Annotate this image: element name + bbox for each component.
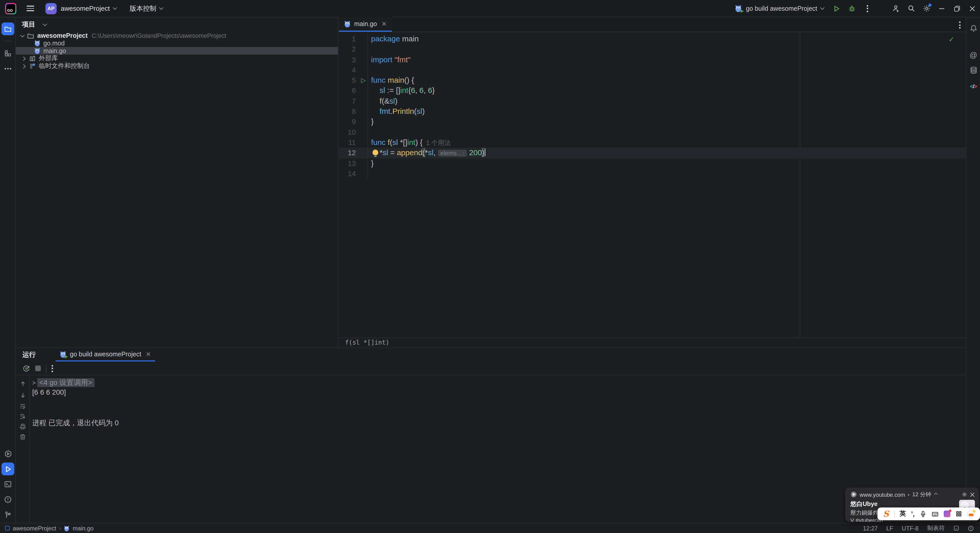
chevron-down-icon[interactable] [43,22,47,26]
print-icon[interactable] [19,423,27,430]
notification-close-icon[interactable] [970,492,975,497]
code-line-11[interactable]: 11func f(sl *[]int) { 1 个用法 [339,137,966,148]
close-button[interactable] [965,0,980,17]
gutter-cell[interactable] [360,34,368,44]
debug-button[interactable] [845,2,859,15]
run-tool-button[interactable] [2,463,14,475]
sogou-logo-icon[interactable]: S [883,509,889,519]
gutter-cell[interactable] [360,44,368,55]
notifications-bell-icon[interactable] [968,22,979,34]
gutter-cell[interactable]: ▷ [360,75,368,86]
soft-wrap-icon[interactable] [19,402,27,410]
status-extra-icon[interactable] [968,525,974,531]
punctuation-button[interactable]: ’, [911,510,915,517]
gutter-cell[interactable] [360,54,368,65]
settings-button[interactable] [920,2,933,15]
editor-options-kebab[interactable] [959,21,961,29]
code-line-14[interactable]: 14 [339,169,966,179]
microphone-icon[interactable] [920,511,926,517]
restore-button[interactable] [950,0,965,17]
tree-row-external-libs[interactable]: 外部库 [16,55,338,62]
code-line-9[interactable]: 9} [339,117,966,127]
code-line-7[interactable]: 7 f(&sl) [339,96,966,107]
run-console[interactable]: > <4 go 设置调用> [6 6 6 200] 进程 已完成，退出代码为 0 [16,376,966,523]
fold-arrow-icon[interactable]: > [32,379,36,386]
database-icon[interactable] [968,64,979,76]
emoji-face-icon[interactable] [967,510,974,517]
tree-row-gomod[interactable]: go.mod [16,39,338,47]
version-control-tool-button[interactable] [2,509,14,521]
gutter-cell[interactable] [360,96,368,107]
tree-row-maingo[interactable]: main.go [16,47,338,55]
gutter-cell[interactable] [360,127,368,137]
run-panel-title[interactable]: 运行 [22,350,36,359]
code-line-12[interactable]: 12 *sl = append(*sl, elems…: 200) [339,148,966,158]
project-avatar[interactable]: AP [45,3,57,14]
run-line-icon[interactable]: ▷ [361,75,366,86]
code-line-2[interactable]: 2 [339,44,966,55]
search-everywhere-button[interactable] [904,2,918,15]
gutter-cell[interactable] [360,65,368,75]
more-tool-windows-button[interactable] [2,62,14,75]
code-line-5[interactable]: 5▷func main() { [339,75,966,86]
run-tab[interactable]: ▶ go build awesomeProject ✕ [56,348,155,361]
services-tool-button[interactable] [2,447,14,460]
chevron-right-icon[interactable] [21,64,26,68]
rerun-button[interactable] [22,364,30,372]
gutter-cell[interactable] [360,106,368,117]
code-line-1[interactable]: 1package main [339,34,966,44]
gutter-cell[interactable] [360,158,368,169]
code-with-me-button[interactable] [889,2,902,15]
gutter-cell[interactable] [360,169,368,179]
problems-tool-button[interactable] [2,493,14,506]
keyboard-icon[interactable] [932,510,939,517]
notification-settings-gear-icon[interactable] [962,492,967,497]
code-line-10[interactable]: 10 [339,127,966,137]
minimize-button[interactable] [934,0,950,17]
toolbox-grid-icon[interactable] [956,511,962,517]
breadcrumb-file[interactable]: main.go [73,525,94,531]
main-menu-icon[interactable] [27,6,34,11]
console-folded-command[interactable]: > <4 go 设置调用> [32,378,966,388]
gutter-cell[interactable] [360,148,368,158]
terminal-tool-button[interactable] [2,478,14,491]
gutter-cell[interactable] [360,86,368,96]
indent-style[interactable]: 制表符 [927,524,945,532]
tree-row-scratches[interactable]: 临时文件和控制台 [16,62,338,70]
caret-position[interactable]: 12:27 [863,525,878,531]
arrow-down-icon[interactable] [19,391,27,399]
run-configuration-selector[interactable]: ▶ go build awesomeProject [735,5,824,12]
run-button[interactable] [830,2,843,15]
chevron-right-icon[interactable] [21,56,26,61]
tab-close-icon[interactable]: ✕ [382,20,387,27]
project-tool-button[interactable] [2,22,14,35]
run-tab-close-icon[interactable]: ✕ [146,350,151,358]
language-mode-button[interactable]: 英 [900,509,906,518]
skin-button[interactable] [944,511,950,517]
file-encoding[interactable]: UTF-8 [902,525,918,531]
code-line-4[interactable]: 4 [339,65,966,75]
ime-toolbar[interactable]: S 英 ’, [877,508,980,520]
more-actions-button[interactable] [861,2,874,15]
run-options-kebab[interactable] [52,365,53,372]
read-only-toggle-icon[interactable] [953,525,959,531]
clear-all-icon[interactable] [19,433,27,441]
code-line-3[interactable]: 3import "fmt" [339,54,966,65]
collapse-chevron-icon[interactable] [934,493,938,496]
code-line-13[interactable]: 13} [339,158,966,169]
gutter-cell[interactable] [360,117,368,127]
chevron-down-icon[interactable] [21,33,25,37]
code-line-6[interactable]: 6 sl := []int{6, 6, 6} [339,86,966,96]
structure-tool-button[interactable] [2,47,14,60]
project-selector[interactable]: awesomeProject [61,5,110,12]
code-editor[interactable]: ✓ 1package main23import "fmt"45▷func mai… [339,32,966,337]
stop-button[interactable] [35,366,41,371]
tree-row-root[interactable]: awesomeProject C:\Users\meowr\GolandProj… [16,32,338,39]
code-line-8[interactable]: 8 fmt.Println(sl) [339,106,966,117]
arrow-up-icon[interactable] [19,380,27,388]
tab-maingo[interactable]: main.go ✕ [339,17,392,32]
dev-tools-code-icon[interactable]: </> [968,81,979,92]
vcs-menu[interactable]: 版本控制 [130,4,156,13]
scroll-to-end-icon[interactable] [19,412,27,420]
breadcrumb-project[interactable]: awesomeProject [13,525,56,531]
